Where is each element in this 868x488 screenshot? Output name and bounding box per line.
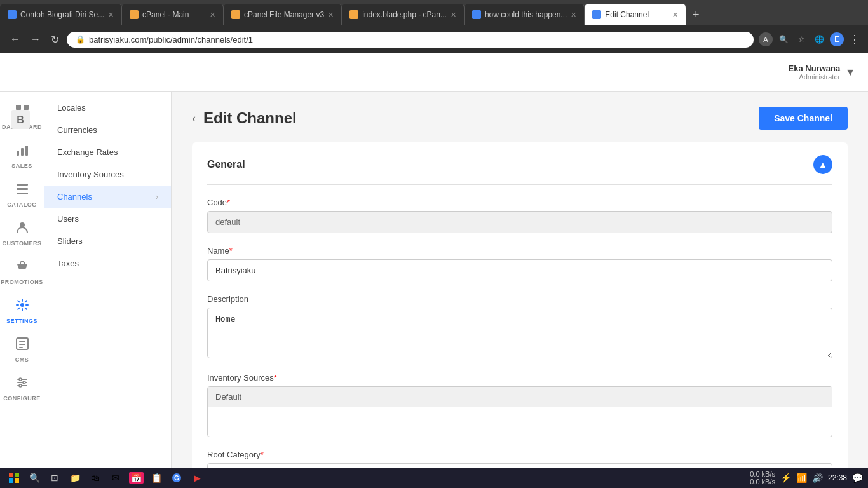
tab-title: cPanel - Main (142, 10, 206, 19)
tab-favicon (231, 10, 240, 19)
tab-cpanel-main[interactable]: cPanel - Main ✕ (122, 4, 224, 25)
description-form-group: Description Home (207, 294, 832, 360)
mail-button[interactable]: ✉ (107, 470, 125, 486)
mail-icon: ✉ (112, 473, 119, 483)
tab-how[interactable]: how could this happen... ✕ (465, 4, 585, 25)
sidebar-item-customers[interactable]: CUSTOMERS (1, 215, 44, 252)
search-taskbar-icon: 🔍 (29, 473, 40, 483)
svg-rect-15 (19, 341, 25, 342)
sidebar-label-settings: SETTINGS (6, 318, 37, 324)
lock-icon: 🔒 (76, 35, 85, 44)
volume-icon: 🔊 (812, 473, 823, 483)
app3-icon: ▶ (194, 473, 201, 483)
sub-nav-label-locales: Locales (57, 103, 86, 112)
name-input[interactable] (207, 259, 832, 281)
root-category-label-text: Root Category (207, 450, 261, 459)
tab-favicon (349, 10, 358, 19)
sub-nav-users[interactable]: Users (44, 208, 171, 230)
svg-point-19 (23, 381, 25, 384)
tab-biografi[interactable]: Contoh Biografi Diri Se... ✕ (0, 4, 122, 25)
battery-icon: ⚡ (780, 473, 791, 483)
sidebar-item-cms[interactable]: CMS (1, 332, 44, 368)
start-button[interactable] (5, 470, 23, 486)
sub-nav-inventory-sources[interactable]: Inventory Sources (44, 163, 171, 186)
store-button[interactable]: 🛍 (86, 470, 104, 486)
code-label: Code* (207, 198, 832, 207)
app2-icon: 📋 (151, 473, 162, 483)
app3-button[interactable]: ▶ (188, 470, 206, 486)
sidebar-item-catalog[interactable]: CATALOG (1, 177, 44, 213)
tab-favicon (8, 10, 17, 19)
tab-close-btn[interactable]: ✕ (210, 11, 215, 19)
sidebar-item-promotions[interactable]: PROMOTIONS (1, 254, 44, 290)
user-text: Eka Nurwana Administrator (789, 64, 841, 81)
sub-nav-currencies[interactable]: Currencies (44, 119, 171, 141)
sub-nav-sliders[interactable]: Sliders (44, 230, 171, 252)
svg-rect-8 (25, 146, 28, 156)
tab-favicon (592, 10, 601, 19)
forward-button[interactable]: → (28, 31, 43, 48)
tab-edit-channel[interactable]: Edit Channel ✕ (585, 4, 686, 25)
sub-nav-locales[interactable]: Locales (44, 97, 171, 119)
tab-close-btn[interactable]: ✕ (672, 11, 678, 19)
inventory-sources-form-group: Inventory Sources* Default (207, 373, 832, 437)
store-icon: 🛍 (91, 473, 100, 483)
tab-close-btn[interactable]: ✕ (571, 11, 576, 19)
page-title-row: ‹ Edit Channel (192, 109, 297, 127)
task-view-button[interactable]: ⊡ (46, 470, 64, 486)
inventory-sources-label-text: Inventory Sources (207, 373, 274, 383)
search-taskbar-button[interactable]: 🔍 (25, 470, 43, 486)
tab-favicon (472, 10, 481, 19)
user-dropdown-button[interactable]: ▼ (845, 67, 855, 78)
sub-nav-taxes[interactable]: Taxes (44, 252, 171, 274)
globe-icon[interactable]: 🌐 (812, 32, 826, 46)
url-text: batrisyiaku.com/public/admin/channels/ed… (89, 35, 253, 44)
tab-blade[interactable]: index.blade.php - cPan... ✕ (342, 4, 465, 25)
save-channel-button[interactable]: Save Channel (759, 107, 848, 130)
refresh-button[interactable]: ↻ (48, 31, 62, 48)
app1-icon: 📅 (129, 472, 144, 484)
star-icon[interactable]: ☆ (794, 32, 808, 46)
sidebar-item-settings[interactable]: SETTINGS (1, 293, 44, 329)
url-bar[interactable]: 🔒 batrisyiaku.com/public/admin/channels/… (67, 32, 754, 48)
app1-button[interactable]: 📅 (127, 470, 145, 486)
tab-title: Contoh Biografi Diri Se... (20, 10, 104, 19)
browser-menu-button[interactable]: ⋮ (849, 32, 860, 46)
taskbar: 🔍 ⊡ 📁 🛍 ✉ 📅 📋 G ▶ 0.0 kB/s0.0 kB/s ⚡ 📶 (0, 468, 868, 488)
configure-icon (15, 376, 29, 393)
page-title: Edit Channel (203, 109, 297, 127)
svg-point-13 (20, 303, 24, 307)
sub-nav-exchange-rates[interactable]: Exchange Rates (44, 141, 171, 163)
app2-button[interactable]: 📋 (147, 470, 165, 486)
cms-icon (15, 337, 29, 354)
code-input[interactable] (207, 211, 832, 233)
sub-nav-channels[interactable]: Channels › (44, 186, 171, 208)
file-explorer-button[interactable]: 📁 (66, 470, 84, 486)
catalog-icon (15, 182, 29, 199)
sub-nav-label-users: Users (57, 214, 79, 224)
avatar-icon[interactable]: E (830, 32, 844, 46)
tab-close-btn[interactable]: ✕ (108, 11, 114, 19)
root-category-select[interactable]: Root (207, 463, 832, 468)
app-header: B Eka Nurwana Administrator ▼ (0, 53, 868, 92)
search-icon[interactable]: 🔍 (776, 32, 790, 46)
sidebar-item-sales[interactable]: SALES (1, 138, 44, 174)
browser-taskbar-button[interactable]: G (168, 470, 186, 486)
user-name: Eka Nurwana (789, 64, 841, 73)
name-form-group: Name* (207, 246, 832, 281)
back-button[interactable]: ‹ (192, 112, 196, 125)
back-button[interactable]: ← (8, 31, 23, 48)
sidebar-item-configure[interactable]: CONFIGURE (1, 370, 44, 407)
tab-title: Edit Channel (605, 10, 668, 19)
section-divider (207, 184, 832, 185)
description-textarea[interactable]: Home (207, 308, 832, 358)
sidebar-label-catalog: CATALOG (7, 201, 37, 208)
tab-close-btn[interactable]: ✕ (451, 11, 456, 19)
section-collapse-button[interactable]: ▲ (813, 155, 832, 174)
tab-close-btn[interactable]: ✕ (328, 11, 334, 19)
tab-cpanel-file[interactable]: cPanel File Manager v3 ✕ (224, 4, 342, 25)
sub-nav-label-inventory-sources: Inventory Sources (57, 170, 124, 179)
new-tab-button[interactable]: + (686, 4, 705, 25)
sidebar-label-configure: CONFIGURE (3, 395, 41, 402)
translate-icon[interactable]: A (759, 32, 773, 46)
